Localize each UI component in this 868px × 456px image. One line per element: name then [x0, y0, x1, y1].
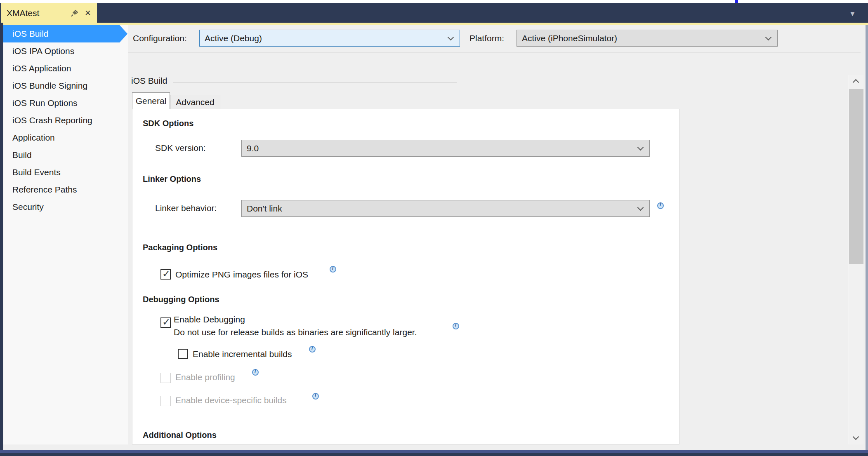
- sdk-version-select[interactable]: 9.0: [241, 140, 650, 157]
- enable-profiling-checkbox[interactable]: [160, 373, 171, 383]
- incremental-builds-checkbox[interactable]: [178, 349, 188, 359]
- platform-value: Active (iPhoneSimulator): [522, 33, 617, 43]
- enable-profiling-label: Enable profiling: [175, 372, 235, 382]
- enable-debugging-info-icon[interactable]: [453, 323, 459, 329]
- sidebar-item-ios-bundle-signing[interactable]: iOS Bundle Signing: [3, 77, 120, 94]
- scroll-up-button[interactable]: [849, 75, 863, 88]
- sidebar-item-application[interactable]: Application: [3, 129, 120, 146]
- optimize-png-info-icon[interactable]: [330, 266, 336, 273]
- configuration-label: Configuration:: [133, 32, 187, 45]
- linker-behavior-value: Don't link: [247, 204, 282, 214]
- additional-options-title: Additional Options: [143, 430, 217, 440]
- sidebar-item-reference-paths[interactable]: Reference Paths: [3, 181, 120, 198]
- linker-behavior-select[interactable]: Don't link: [241, 200, 650, 217]
- tab-general[interactable]: General: [132, 92, 170, 109]
- enable-debugging-checkbox[interactable]: [160, 317, 171, 328]
- packaging-options-title: Packaging Options: [143, 243, 217, 252]
- tab-list-dropdown-icon[interactable]: ▼: [849, 10, 856, 18]
- optimize-png-checkbox[interactable]: [160, 269, 171, 280]
- pin-icon[interactable]: [71, 9, 79, 17]
- tab-advanced[interactable]: Advanced: [170, 95, 220, 109]
- window-left-border: [0, 23, 3, 456]
- sidebar-item-ios-crash-reporting[interactable]: iOS Crash Reporting: [3, 112, 120, 129]
- document-tab-title: XMAtest: [7, 8, 65, 18]
- project-properties-window: XMAtest ✕ ▼ iOS Build iOS IPA Options iO…: [0, 0, 868, 456]
- incremental-builds-info-icon[interactable]: [309, 346, 316, 353]
- general-tab-page: SDK Options SDK version: 9.0 Linker Opti…: [132, 109, 679, 444]
- chevron-down-icon: [637, 144, 644, 151]
- sdk-options-title: SDK Options: [143, 119, 193, 128]
- sidebar-item-ios-build[interactable]: iOS Build: [3, 25, 120, 42]
- config-separator: [128, 52, 861, 52]
- sdk-version-value: 9.0: [247, 143, 259, 153]
- linker-behavior-info-icon[interactable]: [657, 202, 664, 209]
- active-tab-underline: [0, 23, 868, 25]
- device-specific-builds-checkbox[interactable]: [160, 396, 171, 406]
- window-bottom-border: [0, 450, 868, 453]
- debugging-options-title: Debugging Options: [143, 295, 219, 304]
- close-icon[interactable]: ✕: [85, 9, 91, 17]
- chevron-down-icon: [765, 34, 772, 41]
- group-title: iOS Build: [131, 76, 167, 86]
- device-specific-builds-info-icon[interactable]: [312, 393, 319, 400]
- configuration-select[interactable]: Active (Debug): [199, 30, 460, 47]
- enable-debugging-label-line1: Enable Debugging: [174, 315, 245, 324]
- configuration-value: Active (Debug): [205, 33, 262, 43]
- sidebar-item-ios-ipa-options[interactable]: iOS IPA Options: [3, 42, 120, 60]
- window-right-border: [866, 25, 868, 450]
- cursor-mark: [735, 0, 738, 3]
- enable-debugging-label: Enable Debugging Do not use for release …: [174, 313, 417, 338]
- sdk-version-label: SDK version:: [155, 143, 206, 153]
- sidebar-item-security[interactable]: Security: [3, 198, 120, 216]
- chevron-down-icon: [637, 204, 644, 211]
- device-specific-builds-label: Enable device-specific builds: [175, 395, 287, 405]
- document-tab-strip: [0, 3, 868, 23]
- chevron-down-icon: [853, 434, 859, 440]
- group-title-rule: [173, 82, 457, 82]
- scrollbar-thumb[interactable]: [849, 89, 863, 264]
- chevron-down-icon: [448, 34, 454, 41]
- sidebar-item-ios-application[interactable]: iOS Application: [3, 60, 120, 77]
- document-tab-xmatest[interactable]: XMAtest ✕: [1, 3, 97, 23]
- sidebar-item-build-events[interactable]: Build Events: [3, 164, 120, 181]
- chevron-up-icon: [853, 79, 859, 86]
- platform-label: Platform:: [469, 32, 504, 45]
- sidebar-item-build[interactable]: Build: [3, 146, 120, 164]
- optimize-png-label: Optimize PNG images files for iOS: [175, 270, 308, 280]
- platform-select[interactable]: Active (iPhoneSimulator): [517, 30, 778, 47]
- window-bottom-edge: [0, 453, 868, 456]
- incremental-builds-label: Enable incremental builds: [193, 349, 292, 359]
- sidebar-item-ios-run-options[interactable]: iOS Run Options: [3, 94, 120, 112]
- scroll-down-button[interactable]: [849, 431, 863, 444]
- property-pages-sidebar: iOS Build iOS IPA Options iOS Applicatio…: [3, 25, 128, 444]
- enable-debugging-label-line2: Do not use for release builds as binarie…: [174, 327, 417, 337]
- enable-profiling-info-icon[interactable]: [252, 369, 259, 376]
- linker-options-title: Linker Options: [143, 174, 201, 184]
- linker-behavior-label: Linker behavior:: [155, 203, 217, 213]
